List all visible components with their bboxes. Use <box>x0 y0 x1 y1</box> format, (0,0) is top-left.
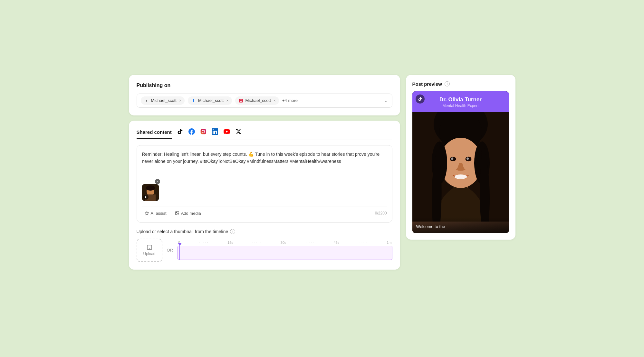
preview-purple-banner: Dr. Olivia Turner Mental Health Expert <box>412 91 509 112</box>
tab-youtube-icon[interactable] <box>223 128 230 139</box>
timeline-ticks: 0 · · · · · 15s · · · · · 30s · · · · · … <box>178 241 392 244</box>
preview-caption-overlay: Welcome to the <box>412 217 509 233</box>
svg-point-5 <box>204 130 205 131</box>
svg-point-22 <box>451 157 453 160</box>
svg-rect-12 <box>147 245 152 250</box>
left-panel: Publishing on ♪ Michael_scott × f Michae… <box>129 75 400 270</box>
chip-tiktok-close[interactable]: × <box>179 98 181 103</box>
chip-tiktok-label: Michael_scott <box>151 98 177 103</box>
tab-linkedin-icon[interactable] <box>212 128 218 139</box>
preview-person-subtitle: Mental Health Expert <box>416 104 505 108</box>
tick-1m: 1m <box>387 241 391 244</box>
svg-rect-3 <box>200 129 206 134</box>
more-accounts-badge[interactable]: +4 more <box>282 98 298 103</box>
chip-facebook[interactable]: f Michael_scott × <box>188 96 232 105</box>
timeline-row: Upload OR 0 · · · · · 15s · · · · · 30s … <box>137 239 392 262</box>
tick-dots-3: · · · · · <box>305 241 314 244</box>
shared-content-card: Shared content <box>129 121 400 270</box>
content-textarea-wrapper: Reminder: Healing isn't linear, but ever… <box>137 145 392 223</box>
tab-shared-content[interactable]: Shared content <box>137 129 172 139</box>
preview-caption-text: Welcome to the <box>416 224 445 229</box>
preview-face-area: Welcome to the <box>412 112 509 233</box>
tiktok-overlay-icon <box>418 97 422 101</box>
video-play-button[interactable]: ▶ <box>143 194 149 200</box>
tabs-row: Shared content <box>137 128 392 140</box>
timeline-title: Upload or select a thumbnail from the ti… <box>137 229 392 234</box>
video-close-button[interactable]: × <box>155 179 160 184</box>
svg-point-23 <box>466 157 469 160</box>
publishing-chips-row: ♪ Michael_scott × f Michael_scott × <box>137 94 392 108</box>
preview-title: Post preview <box>412 81 442 87</box>
tab-tiktok-icon[interactable] <box>177 128 183 140</box>
tick-15s: 15s <box>227 241 233 244</box>
preview-image-container: Dr. Olivia Turner Mental Health Expert <box>412 91 509 233</box>
timeline-section: Upload or select a thumbnail from the ti… <box>137 229 392 262</box>
preview-header: Post preview i <box>412 81 509 87</box>
textarea-actions: AI assist Add media <box>142 210 204 217</box>
char-count: 0/2200 <box>375 211 387 215</box>
publishing-dropdown-chevron[interactable]: ⌄ <box>384 98 388 103</box>
svg-point-9 <box>146 185 155 191</box>
chip-instagram-label: Michael_scott <box>245 98 271 103</box>
chip-tiktok[interactable]: ♪ Michael_scott × <box>141 96 185 105</box>
timeline-info-icon[interactable]: i <box>230 229 235 234</box>
chip-instagram[interactable]: Michael_scott × <box>235 96 279 105</box>
svg-point-2 <box>242 99 242 100</box>
tick-30s: 30s <box>281 241 286 244</box>
chip-instagram-close[interactable]: × <box>274 98 276 103</box>
content-text[interactable]: Reminder: Healing isn't linear, but ever… <box>142 151 387 176</box>
svg-rect-0 <box>239 99 243 103</box>
preview-video-area: Dr. Olivia Turner Mental Health Expert <box>412 91 509 233</box>
chip-facebook-close[interactable]: × <box>226 98 228 103</box>
upload-box[interactable]: Upload <box>137 239 162 262</box>
tick-dots-2: · · · · · <box>253 241 262 244</box>
right-panel: Post preview i Dr. Olivia Turner Mental … <box>406 75 515 240</box>
video-thumbnail: ▶ <box>142 184 159 201</box>
textarea-bottom-row: AI assist Add media 0/2200 <box>142 206 387 217</box>
timeline-bar-container[interactable]: 0 · · · · · 15s · · · · · 30s · · · · · … <box>178 241 392 260</box>
tab-x-icon[interactable] <box>235 129 241 139</box>
publishing-title: Publishing on <box>137 83 392 88</box>
or-text: OR <box>167 248 173 253</box>
svg-point-11 <box>176 212 177 213</box>
instagram-chip-icon <box>238 98 244 103</box>
svg-point-24 <box>454 174 466 179</box>
preview-person-svg <box>412 112 509 222</box>
timeline-scrubber[interactable] <box>178 243 182 263</box>
tiktok-chip-icon: ♪ <box>144 98 149 103</box>
add-media-button[interactable]: Add media <box>172 210 204 217</box>
preview-card: Post preview i Dr. Olivia Turner Mental … <box>406 75 515 240</box>
preview-person-name: Dr. Olivia Turner <box>416 96 505 103</box>
facebook-chip-icon: f <box>191 98 196 103</box>
tick-dots-4: · · · · · <box>359 241 368 244</box>
tick-45s: 45s <box>333 241 339 244</box>
tab-facebook-icon[interactable] <box>188 128 195 139</box>
chip-facebook-label: Michael_scott <box>198 98 224 103</box>
timeline-track[interactable] <box>178 246 392 260</box>
ai-assist-button[interactable]: AI assist <box>142 210 169 217</box>
tab-instagram-icon[interactable] <box>200 128 207 139</box>
publishing-card: Publishing on ♪ Michael_scott × f Michae… <box>129 75 400 115</box>
tick-dots-1: · · · · · <box>199 241 208 244</box>
preview-info-icon[interactable]: i <box>445 81 450 86</box>
